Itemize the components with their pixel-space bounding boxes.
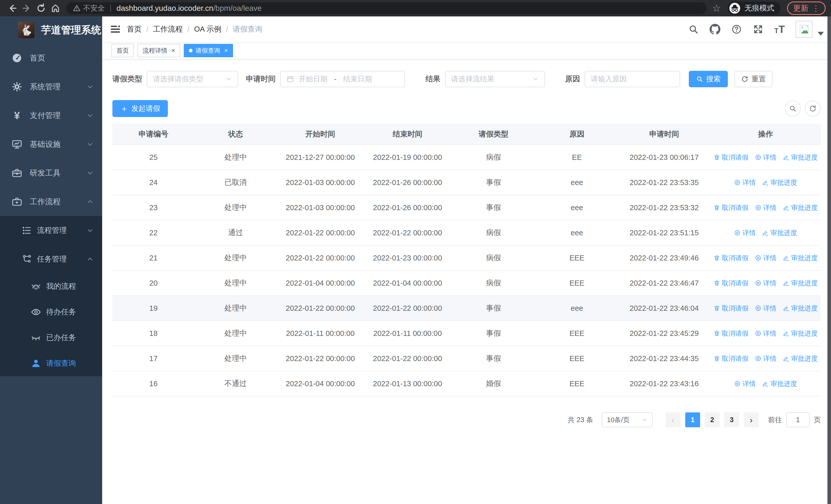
sidebar-item-home[interactable]: 首页 (0, 43, 102, 72)
detail-link[interactable]: 详情 (734, 178, 756, 187)
start-date-placeholder: 开始日期 (299, 74, 327, 84)
window-scrollbar[interactable] (827, 17, 831, 504)
page-size-select[interactable]: 10条/页 (602, 412, 653, 427)
create-leave-button[interactable]: ＋ 发起请假 (112, 100, 168, 117)
close-icon[interactable]: × (171, 48, 175, 54)
update-label: 更新 (793, 3, 808, 13)
page-button-3[interactable]: 3 (724, 412, 739, 427)
approval-progress-link[interactable]: 审批进度 (783, 329, 818, 338)
sidebar-item-todo-tasks[interactable]: 待办任务 (0, 299, 102, 325)
cell-start-time: 2022-01-11 00:00:00 (277, 321, 364, 346)
apply-time-range-picker[interactable]: 开始日期 - 结束日期 (280, 71, 405, 87)
page-button-2[interactable]: 2 (705, 412, 720, 427)
user-icon (30, 358, 41, 369)
cancel-leave-link[interactable]: 取消请假 (713, 354, 749, 363)
cell-end-time: 2022-01-26 00:00:00 (364, 170, 451, 195)
table-row: 18 处理中 2022-01-11 00:00:00 2022-01-11 00… (112, 321, 821, 346)
tag-label: 首页 (116, 47, 129, 55)
tag-home[interactable]: 首页 (111, 44, 134, 57)
dashboard-icon (11, 52, 23, 64)
avatar (796, 21, 812, 38)
breadcrumb-workflow[interactable]: 工作流程 (153, 24, 183, 34)
not-secure-warning[interactable]: 不安全 (73, 3, 105, 13)
close-icon[interactable]: × (224, 48, 228, 54)
approval-progress-link[interactable]: 审批进度 (783, 254, 818, 263)
active-dot (189, 49, 193, 52)
cancel-leave-link[interactable]: 取消请假 (713, 279, 749, 288)
approval-progress-link[interactable]: 审批进度 (783, 354, 818, 363)
user-menu[interactable] (796, 21, 824, 38)
address-bar[interactable]: 不安全 dashboard.yudao.iocoder.cn/bpm/oa/le… (66, 2, 707, 14)
sidebar-item-payment[interactable]: ¥ 支付管理 (0, 101, 102, 130)
cell-start-time: 2022-01-04 00:00:00 (277, 371, 364, 396)
prev-page-button[interactable]: ‹ (666, 412, 681, 427)
browser-update-menu-button[interactable]: 更新 ⋮ (787, 2, 826, 15)
detail-link[interactable]: 详情 (734, 379, 756, 388)
sidebar-item-process-management[interactable]: 流程管理 (0, 216, 102, 245)
detail-label: 详情 (763, 203, 777, 212)
approval-progress-link[interactable]: 审批进度 (783, 153, 818, 162)
cancel-leave-link[interactable]: 取消请假 (713, 254, 749, 263)
detail-link[interactable]: 详情 (734, 228, 756, 237)
approval-progress-link[interactable]: 审批进度 (783, 279, 818, 288)
help-icon[interactable] (731, 24, 742, 35)
approval-progress-link[interactable]: 审批进度 (762, 379, 797, 388)
cancel-leave-link[interactable]: 取消请假 (713, 203, 749, 212)
github-icon[interactable] (710, 24, 720, 35)
chevron-down-icon (87, 141, 93, 148)
detail-label: 详情 (742, 178, 756, 187)
approval-progress-link[interactable]: 审批进度 (783, 304, 818, 313)
browser-reload-icon[interactable] (34, 1, 48, 16)
cell-leave-type: 婚假 (451, 371, 536, 396)
app-title: 芋道管理系统 (41, 23, 101, 37)
sidebar-item-task-management[interactable]: 任务管理 (0, 245, 102, 273)
sidebar-item-infrastructure[interactable]: 基础设施 (0, 130, 102, 158)
approval-progress-link[interactable]: 审批进度 (762, 178, 797, 187)
reason-input[interactable] (584, 71, 680, 87)
sidebar-logo[interactable]: 🐇 芋道管理系统 (0, 17, 102, 43)
logo-avatar: 🐇 (18, 22, 34, 38)
sidebar-item-leave-query[interactable]: 请假查询 (0, 351, 102, 376)
detail-link[interactable]: 详情 (755, 203, 777, 212)
cancel-leave-link[interactable]: 取消请假 (713, 304, 749, 313)
page-button-1[interactable]: 1 (685, 412, 700, 427)
refresh-table-button[interactable] (805, 100, 821, 117)
sidebar-collapse-icon[interactable] (110, 24, 121, 35)
detail-link[interactable]: 详情 (755, 153, 777, 162)
sidebar-item-system[interactable]: 系统管理 (0, 72, 102, 101)
leave-type-select[interactable]: 请选择请假类型 (147, 71, 238, 87)
detail-link[interactable]: 详情 (755, 254, 777, 263)
bookmark-star-icon[interactable]: ☆ (712, 3, 721, 14)
breadcrumb-home[interactable]: 首页 (127, 24, 142, 34)
browser-home-icon[interactable] (48, 1, 63, 16)
tags-view: 首页 流程详情 × 请假查询 × (102, 42, 831, 60)
detail-link[interactable]: 详情 (755, 329, 777, 338)
detail-link[interactable]: 详情 (755, 279, 777, 288)
cancel-leave-label: 取消请假 (722, 304, 749, 313)
goto-page-input[interactable] (786, 412, 810, 427)
tag-process-detail[interactable]: 流程详情 × (138, 44, 180, 57)
fullscreen-icon[interactable] (753, 24, 764, 35)
detail-link[interactable]: 详情 (755, 304, 777, 313)
result-select[interactable]: 请选择流结果 (445, 71, 545, 87)
browser-back-icon[interactable] (5, 1, 20, 16)
header-search-icon[interactable] (688, 24, 699, 35)
detail-link[interactable]: 详情 (755, 354, 777, 363)
approval-progress-link[interactable]: 审批进度 (783, 203, 818, 212)
breadcrumb-oa-example[interactable]: OA 示例 (194, 24, 221, 34)
show-search-button[interactable] (785, 100, 801, 117)
sidebar-item-dev-tools[interactable]: 研发工具 (0, 158, 102, 187)
search-button[interactable]: 搜索 (689, 71, 728, 87)
cancel-leave-link[interactable]: 取消请假 (713, 153, 749, 162)
sidebar-item-my-process[interactable]: 我的流程 (0, 273, 102, 299)
tag-leave-query[interactable]: 请假查询 × (184, 44, 233, 57)
reset-button[interactable]: 重置 (735, 71, 773, 87)
browser-forward-icon[interactable] (20, 1, 34, 16)
font-size-icon[interactable]: TT (774, 24, 785, 34)
approval-progress-link[interactable]: 审批进度 (762, 228, 797, 237)
detail-label: 详情 (763, 254, 777, 263)
sidebar-item-done-tasks[interactable]: 已办任务 (0, 325, 102, 351)
sidebar-item-workflow[interactable]: 工作流程 (0, 187, 102, 216)
cancel-leave-link[interactable]: 取消请假 (713, 329, 749, 338)
next-page-button[interactable]: › (744, 412, 758, 427)
